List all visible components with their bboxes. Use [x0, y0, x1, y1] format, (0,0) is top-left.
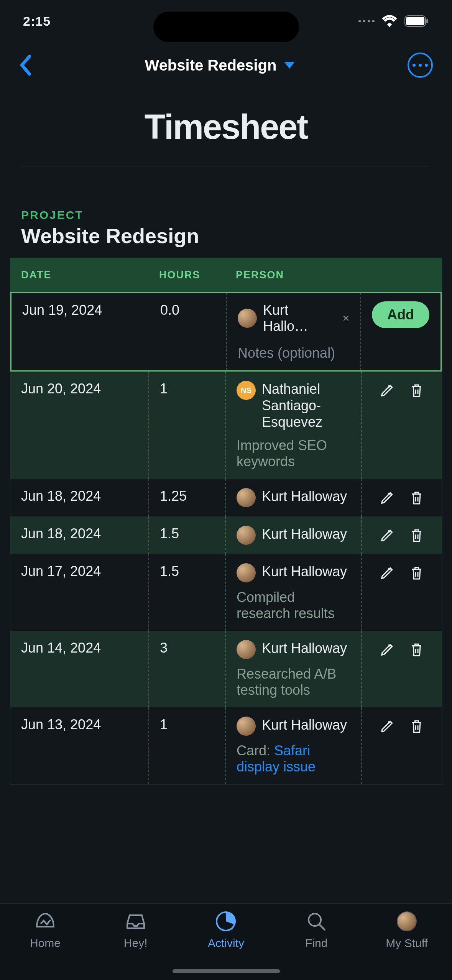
entry-hours: 1	[148, 372, 225, 479]
new-entry-person-chip[interactable]: Kurt Hallo… ×	[238, 302, 349, 334]
avatar	[237, 488, 256, 507]
entry-hours: 1.5	[148, 554, 225, 631]
entry-date: Jun 14, 2024	[10, 631, 148, 707]
entry-notes: Improved SEO keywords	[237, 437, 350, 470]
entry-person: Nathaniel Santiago-Esquevez	[262, 381, 350, 431]
tab-label: Activity	[208, 937, 244, 950]
col-date: DATE	[10, 269, 148, 281]
avatar-initials: NS	[237, 381, 256, 400]
delete-button[interactable]	[410, 642, 424, 658]
table-row: Jun 17, 2024 1.5 Kurt Halloway Compiled …	[10, 554, 442, 631]
battery-icon	[404, 15, 429, 27]
wifi-icon	[381, 15, 398, 27]
tab-label: Find	[305, 937, 327, 950]
delete-button[interactable]	[410, 719, 424, 734]
timesheet-table: DATE HOURS PERSON Jun 19, 2024 0.0 Kurt …	[10, 258, 442, 784]
avatar	[237, 563, 256, 582]
entry-person: Kurt Halloway	[262, 640, 347, 656]
delete-button[interactable]	[410, 383, 424, 398]
activity-icon	[215, 911, 237, 932]
entry-date: Jun 17, 2024	[10, 554, 148, 631]
section-label: PROJECT	[0, 209, 452, 222]
edit-button[interactable]	[380, 528, 394, 543]
add-button[interactable]: Add	[372, 301, 429, 328]
new-entry-notes-input[interactable]: Notes (optional)	[238, 345, 349, 361]
entry-notes: Compiled research results	[237, 589, 350, 622]
more-menu-button[interactable]	[408, 53, 433, 78]
page-title: Timesheet	[0, 107, 452, 147]
inbox-icon	[125, 911, 146, 932]
new-entry-person: Kurt Hallo…	[263, 302, 329, 334]
device-notch	[153, 12, 299, 42]
tab-label: Hey!	[124, 937, 148, 950]
chevron-down-icon	[284, 62, 295, 69]
entry-hours: 1.25	[148, 479, 225, 516]
new-entry-hours[interactable]: 0.0	[150, 293, 226, 370]
edit-button[interactable]	[380, 490, 394, 505]
project-switcher[interactable]: Website Redesign	[145, 57, 295, 74]
new-entry-date[interactable]: Jun 19, 2024	[12, 293, 150, 370]
svg-rect-2	[426, 19, 428, 23]
tab-home[interactable]: Home	[0, 911, 90, 980]
entry-date: Jun 13, 2024	[10, 707, 148, 784]
delete-button[interactable]	[410, 528, 424, 543]
nav-title: Website Redesign	[145, 57, 277, 74]
search-icon	[306, 911, 327, 932]
home-icon	[34, 911, 57, 932]
edit-button[interactable]	[380, 566, 394, 580]
delete-button[interactable]	[410, 566, 424, 581]
entry-person: Kurt Halloway	[262, 717, 347, 733]
status-bar: 2:15	[0, 0, 452, 42]
table-row: Jun 13, 2024 1 Kurt Halloway Card: Safar…	[10, 707, 442, 784]
entry-hours: 3	[148, 631, 225, 707]
tab-find[interactable]: Find	[271, 911, 362, 980]
home-indicator	[173, 969, 280, 973]
entry-hours: 1	[148, 707, 225, 784]
col-hours: HOURS	[148, 269, 225, 281]
project-name: Website Redesign	[0, 224, 452, 248]
clear-person-icon[interactable]: ×	[342, 312, 349, 325]
svg-line-5	[319, 924, 325, 930]
table-row: Jun 14, 2024 3 Kurt Halloway Researched …	[10, 631, 442, 707]
tab-label: My Stuff	[386, 937, 427, 950]
back-button[interactable]	[19, 54, 32, 76]
entry-date: Jun 20, 2024	[10, 372, 148, 479]
entry-person: Kurt Halloway	[262, 526, 347, 542]
nav-bar: Website Redesign	[0, 42, 452, 88]
tab-hey[interactable]: Hey!	[90, 911, 181, 980]
entry-person: Kurt Halloway	[262, 563, 347, 580]
entry-hours: 1.5	[148, 516, 225, 554]
svg-rect-1	[406, 17, 424, 25]
table-header: DATE HOURS PERSON	[10, 258, 442, 292]
entry-notes: Card: Safari display issue	[237, 743, 350, 775]
tab-bar: Home Hey! Activity Find My Stuff	[0, 903, 452, 980]
avatar	[237, 640, 256, 659]
edit-button[interactable]	[380, 719, 394, 733]
table-row: Jun 18, 2024 1.25 Kurt Halloway	[10, 479, 442, 516]
cellular-icon	[358, 20, 375, 22]
avatar	[238, 309, 257, 328]
avatar	[237, 717, 256, 736]
col-person: PERSON	[225, 269, 361, 281]
entry-person: Kurt Halloway	[262, 488, 347, 505]
status-time: 2:15	[23, 14, 100, 29]
avatar	[237, 526, 256, 545]
edit-button[interactable]	[380, 383, 394, 398]
entry-date: Jun 18, 2024	[10, 516, 148, 554]
avatar-icon	[397, 911, 417, 932]
new-entry-row: Jun 19, 2024 0.0 Kurt Hallo… × Notes (op…	[10, 292, 442, 372]
entry-date: Jun 18, 2024	[10, 479, 148, 516]
tab-mystuff[interactable]: My Stuff	[362, 911, 452, 980]
table-row: Jun 18, 2024 1.5 Kurt Halloway	[10, 516, 442, 554]
divider	[21, 166, 431, 166]
entry-notes: Researched A/B testing tools	[237, 666, 350, 698]
tab-label: Home	[30, 937, 61, 950]
delete-button[interactable]	[410, 490, 424, 506]
edit-button[interactable]	[380, 642, 394, 657]
table-row: Jun 20, 2024 1 NS Nathaniel Santiago-Esq…	[10, 372, 442, 479]
